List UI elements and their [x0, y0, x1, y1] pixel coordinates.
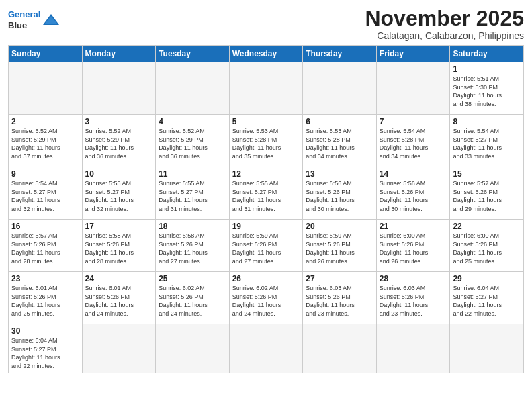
calendar-cell: 6Sunrise: 5:53 AM Sunset: 5:28 PM Daylig… [303, 115, 377, 167]
calendar-cell: 16Sunrise: 5:57 AM Sunset: 5:26 PM Dayli… [9, 220, 83, 272]
day-number: 2 [11, 117, 79, 126]
day-number: 29 [453, 274, 521, 283]
day-number: 8 [453, 117, 521, 126]
day-info: Sunrise: 5:59 AM Sunset: 5:26 PM Dayligh… [306, 232, 373, 265]
day-info: Sunrise: 5:52 AM Sunset: 5:29 PM Dayligh… [159, 127, 226, 161]
calendar-cell: 8Sunrise: 5:54 AM Sunset: 5:27 PM Daylig… [450, 115, 524, 167]
day-info: Sunrise: 6:04 AM Sunset: 5:27 PM Dayligh… [453, 284, 521, 318]
day-number: 13 [306, 169, 373, 179]
calendar-cell [229, 62, 303, 115]
day-info: Sunrise: 5:55 AM Sunset: 5:27 PM Dayligh… [232, 179, 300, 213]
day-info: Sunrise: 5:51 AM Sunset: 5:30 PM Dayligh… [453, 75, 521, 108]
day-number: 14 [380, 169, 447, 179]
calendar-cell: 22Sunrise: 6:00 AM Sunset: 5:26 PM Dayli… [450, 220, 524, 272]
day-number: 15 [453, 169, 521, 179]
day-info: Sunrise: 5:53 AM Sunset: 5:28 PM Dayligh… [306, 127, 373, 161]
month-title: November 2025 [365, 7, 524, 30]
day-info: Sunrise: 5:57 AM Sunset: 5:26 PM Dayligh… [11, 232, 79, 265]
day-number: 30 [11, 326, 79, 336]
day-info: Sunrise: 5:55 AM Sunset: 5:27 PM Dayligh… [159, 179, 226, 213]
logo-text: GeneralBlue [8, 9, 40, 30]
day-number: 17 [85, 222, 153, 231]
day-info: Sunrise: 5:55 AM Sunset: 5:27 PM Dayligh… [85, 179, 153, 213]
day-number: 22 [453, 222, 521, 231]
calendar-cell: 26Sunrise: 6:02 AM Sunset: 5:26 PM Dayli… [229, 272, 303, 324]
day-number: 10 [85, 169, 153, 179]
page-header: GeneralBlue November 2025 Calatagan, Cal… [8, 7, 524, 41]
location: Calatagan, Calabarzon, Philippines [365, 30, 524, 41]
calendar-cell [450, 324, 524, 373]
day-number: 28 [380, 274, 447, 283]
calendar-cell [9, 62, 83, 115]
calendar-cell: 18Sunrise: 5:58 AM Sunset: 5:26 PM Dayli… [156, 220, 230, 272]
day-number: 26 [232, 274, 300, 283]
calendar-header-row: SundayMondayTuesdayWednesdayThursdayFrid… [9, 46, 524, 62]
day-number: 11 [159, 169, 226, 179]
calendar-cell: 1Sunrise: 5:51 AM Sunset: 5:30 PM Daylig… [450, 62, 524, 115]
day-number: 19 [232, 222, 300, 231]
calendar-cell: 29Sunrise: 6:04 AM Sunset: 5:27 PM Dayli… [450, 272, 524, 324]
day-info: Sunrise: 6:01 AM Sunset: 5:26 PM Dayligh… [85, 284, 153, 318]
day-info: Sunrise: 5:54 AM Sunset: 5:27 PM Dayligh… [453, 127, 521, 161]
day-number: 16 [11, 222, 79, 231]
calendar-cell: 15Sunrise: 5:57 AM Sunset: 5:26 PM Dayli… [450, 167, 524, 220]
calendar-cell: 24Sunrise: 6:01 AM Sunset: 5:26 PM Dayli… [82, 272, 156, 324]
calendar-cell: 25Sunrise: 6:02 AM Sunset: 5:26 PM Dayli… [156, 272, 230, 324]
calendar-cell [303, 324, 377, 373]
calendar-cell: 2Sunrise: 5:52 AM Sunset: 5:29 PM Daylig… [9, 115, 83, 167]
calendar-cell [82, 62, 156, 115]
calendar-cell: 14Sunrise: 5:56 AM Sunset: 5:26 PM Dayli… [376, 167, 450, 220]
day-info: Sunrise: 5:57 AM Sunset: 5:26 PM Dayligh… [453, 179, 521, 213]
title-block: November 2025 Calatagan, Calabarzon, Phi… [365, 7, 524, 41]
day-info: Sunrise: 5:52 AM Sunset: 5:29 PM Dayligh… [85, 127, 153, 161]
calendar-cell [303, 62, 377, 115]
calendar-cell: 19Sunrise: 5:59 AM Sunset: 5:26 PM Dayli… [229, 220, 303, 272]
day-number: 1 [453, 64, 521, 74]
calendar-cell [229, 324, 303, 373]
day-number: 3 [85, 117, 153, 126]
day-header-thursday: Thursday [303, 46, 377, 62]
calendar-cell: 12Sunrise: 5:55 AM Sunset: 5:27 PM Dayli… [229, 167, 303, 220]
calendar-cell: 7Sunrise: 5:54 AM Sunset: 5:28 PM Daylig… [376, 115, 450, 167]
day-number: 5 [232, 117, 300, 126]
day-info: Sunrise: 5:54 AM Sunset: 5:27 PM Dayligh… [11, 179, 79, 213]
calendar-cell: 30Sunrise: 6:04 AM Sunset: 5:27 PM Dayli… [9, 324, 83, 373]
day-number: 24 [85, 274, 153, 283]
calendar-cell [156, 62, 230, 115]
calendar-cell: 17Sunrise: 5:58 AM Sunset: 5:26 PM Dayli… [82, 220, 156, 272]
calendar-cell: 20Sunrise: 5:59 AM Sunset: 5:26 PM Dayli… [303, 220, 377, 272]
calendar-cell: 23Sunrise: 6:01 AM Sunset: 5:26 PM Dayli… [9, 272, 83, 324]
day-info: Sunrise: 5:56 AM Sunset: 5:26 PM Dayligh… [380, 179, 447, 213]
svg-marker-1 [44, 16, 58, 24]
day-number: 9 [11, 169, 79, 179]
day-info: Sunrise: 6:02 AM Sunset: 5:26 PM Dayligh… [232, 284, 300, 318]
calendar-table: SundayMondayTuesdayWednesdayThursdayFrid… [8, 45, 524, 373]
calendar-cell [376, 324, 450, 373]
logo-icon [42, 13, 60, 28]
calendar-cell: 13Sunrise: 5:56 AM Sunset: 5:26 PM Dayli… [303, 167, 377, 220]
day-info: Sunrise: 5:56 AM Sunset: 5:26 PM Dayligh… [306, 179, 373, 213]
day-info: Sunrise: 6:00 AM Sunset: 5:26 PM Dayligh… [380, 232, 447, 265]
day-info: Sunrise: 6:04 AM Sunset: 5:27 PM Dayligh… [11, 336, 79, 370]
day-info: Sunrise: 6:00 AM Sunset: 5:26 PM Dayligh… [453, 232, 521, 265]
day-number: 18 [159, 222, 226, 231]
day-header-tuesday: Tuesday [156, 46, 230, 62]
day-header-friday: Friday [376, 46, 450, 62]
day-header-saturday: Saturday [450, 46, 524, 62]
day-info: Sunrise: 5:54 AM Sunset: 5:28 PM Dayligh… [380, 127, 447, 161]
calendar-cell [376, 62, 450, 115]
day-number: 12 [232, 169, 300, 179]
day-info: Sunrise: 6:03 AM Sunset: 5:26 PM Dayligh… [380, 284, 447, 318]
day-info: Sunrise: 5:59 AM Sunset: 5:26 PM Dayligh… [232, 232, 300, 265]
day-header-sunday: Sunday [9, 46, 83, 62]
day-header-wednesday: Wednesday [229, 46, 303, 62]
calendar-cell: 4Sunrise: 5:52 AM Sunset: 5:29 PM Daylig… [156, 115, 230, 167]
logo: GeneralBlue [8, 9, 60, 30]
calendar-cell [156, 324, 230, 373]
day-number: 27 [306, 274, 373, 283]
calendar-cell: 5Sunrise: 5:53 AM Sunset: 5:28 PM Daylig… [229, 115, 303, 167]
day-header-monday: Monday [82, 46, 156, 62]
day-number: 25 [159, 274, 226, 283]
day-info: Sunrise: 5:58 AM Sunset: 5:26 PM Dayligh… [85, 232, 153, 265]
day-number: 6 [306, 117, 373, 126]
